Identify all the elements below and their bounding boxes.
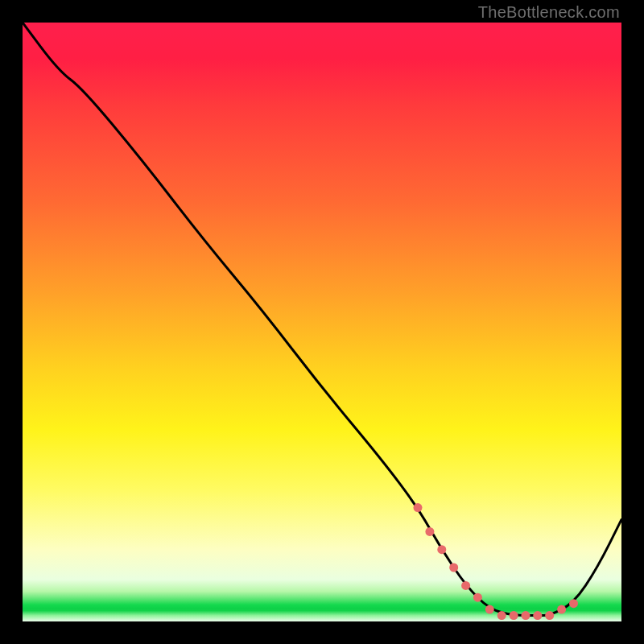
highlight-dot	[449, 564, 458, 572]
highlight-dot	[414, 503, 423, 512]
curve-layer	[23, 23, 621, 616]
highlight-dot	[497, 611, 506, 620]
bottleneck-curve-path	[23, 23, 621, 616]
plot-area	[23, 23, 621, 621]
highlight-dot	[473, 593, 482, 602]
highlight-dot	[461, 581, 470, 590]
highlight-dot	[557, 605, 566, 614]
highlight-dot	[569, 599, 578, 608]
dots-layer	[414, 503, 579, 620]
watermark-text: TheBottleneck.com	[478, 3, 620, 22]
chart-svg	[23, 23, 621, 621]
highlight-dot	[485, 605, 494, 614]
highlight-dot	[425, 527, 434, 536]
highlight-dot	[510, 611, 518, 620]
highlight-dot	[522, 611, 530, 620]
highlight-dot	[437, 545, 446, 554]
highlight-dot	[545, 611, 554, 620]
highlight-dot	[533, 611, 542, 620]
chart-stage: TheBottleneck.com	[0, 0, 644, 644]
